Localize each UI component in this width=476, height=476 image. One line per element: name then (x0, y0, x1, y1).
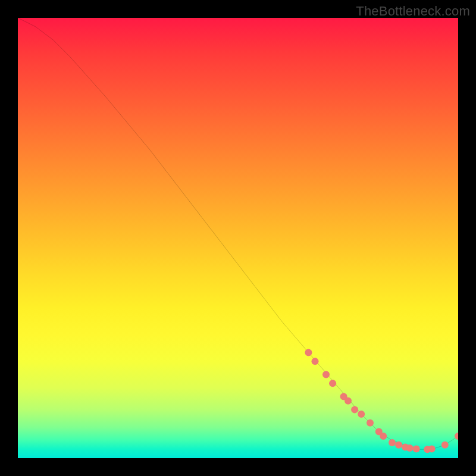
marker-dot (380, 433, 387, 440)
marker-dot (351, 406, 358, 414)
marker-dot (413, 445, 420, 452)
marker-dot (455, 433, 458, 440)
plot-area (18, 18, 458, 458)
marker-dot (428, 445, 436, 452)
marker-dot (322, 371, 330, 378)
marker-dot (395, 441, 402, 449)
marker-dot (389, 439, 396, 446)
chart-svg (18, 18, 458, 458)
watermark-text: TheBottleneck.com (356, 4, 470, 19)
marker-dot (406, 444, 414, 452)
marker-dot (358, 411, 365, 418)
marker-dot (329, 380, 336, 387)
chart-container: TheBottleneck.com (0, 0, 476, 476)
marker-dot (441, 441, 449, 449)
curve-path (18, 18, 458, 449)
marker-dot (311, 358, 318, 365)
markers-group (305, 349, 458, 453)
marker-dot (345, 397, 352, 405)
marker-dot (305, 349, 312, 356)
marker-dot (367, 419, 374, 427)
